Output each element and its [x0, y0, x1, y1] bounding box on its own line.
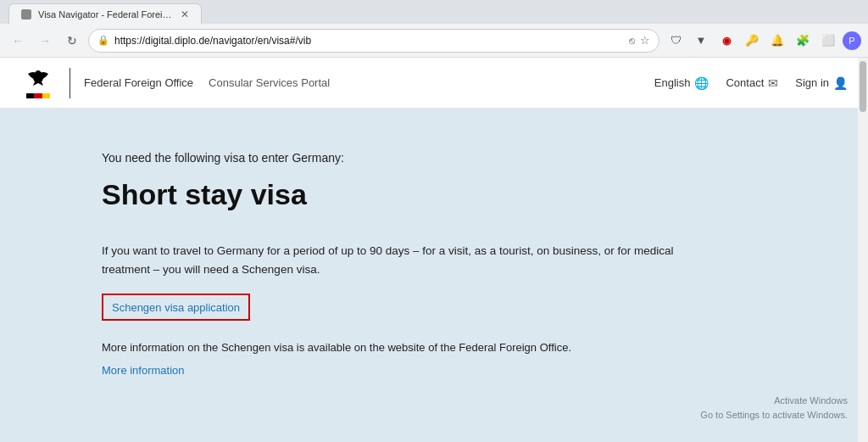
main-content: You need the following visa to enter Ger…	[0, 109, 868, 442]
org-name-label: Federal Foreign Office	[84, 76, 193, 89]
user-icon: 👤	[833, 76, 848, 90]
star-icon: ☆	[640, 34, 650, 47]
schengen-visa-link[interactable]: Schengen visa application	[112, 301, 240, 314]
forward-button[interactable]: →	[34, 30, 56, 52]
vpn-extension-icon[interactable]: ▼	[690, 30, 712, 52]
reload-button[interactable]: ↻	[61, 30, 83, 52]
puzzle-extension-icon[interactable]: 🧩	[792, 30, 814, 52]
lock-icon: 🔒	[97, 35, 109, 46]
more-info-link[interactable]: More information	[102, 364, 185, 377]
address-bar[interactable]: 🔒 https://digital.diplo.de/navigator/en/…	[88, 29, 659, 53]
header-right: English 🌐 Contact ✉ Sign in 👤	[654, 76, 848, 90]
language-label: English	[654, 76, 691, 89]
url-text: https://digital.diplo.de/navigator/en/vi…	[114, 35, 624, 47]
active-tab[interactable]: Visa Navigator - Federal Foreign Office …	[8, 3, 202, 24]
browser-chrome: Visa Navigator - Federal Foreign Office …	[0, 0, 868, 58]
profile-button[interactable]: P	[843, 31, 861, 50]
visa-type-heading: Short stay visa	[102, 178, 800, 211]
adblock-extension-icon[interactable]: ◉	[715, 30, 737, 52]
tab-title: Visa Navigator - Federal Foreign Office	[38, 9, 174, 20]
federal-eagle-logo	[20, 65, 56, 101]
browser-toolbar-icons: 🛡 ▼ ◉ 🔑 🔔 🧩 ⬜ P	[665, 30, 861, 52]
schengen-link-box: Schengen visa application	[102, 294, 250, 321]
window-extension-icon[interactable]: ⬜	[817, 30, 839, 52]
shield-extension-icon[interactable]: 🛡	[665, 30, 687, 52]
portal-name-label: Consular Services Portal	[209, 76, 330, 89]
bell-extension-icon[interactable]: 🔔	[766, 30, 788, 52]
contact-label: Contact	[726, 76, 764, 89]
share-icon: ⎋	[629, 35, 635, 47]
svg-point-1	[36, 70, 41, 76]
back-button[interactable]: ←	[7, 30, 29, 52]
browser-tabs-bar: Visa Navigator - Federal Foreign Office …	[0, 0, 868, 24]
scrollbar-thumb[interactable]	[860, 61, 866, 112]
page-wrapper: Federal Foreign Office Consular Services…	[0, 58, 868, 442]
signin-link[interactable]: Sign in 👤	[795, 76, 848, 90]
description-text: If you want to travel to Germany for a p…	[102, 242, 712, 278]
browser-toolbar: ← → ↻ 🔒 https://digital.diplo.de/navigat…	[0, 24, 868, 58]
header-left: Federal Foreign Office Consular Services…	[20, 65, 330, 101]
header-divider	[70, 68, 70, 98]
globe-icon: 🌐	[694, 76, 709, 90]
site-header: Federal Foreign Office Consular Services…	[0, 58, 868, 109]
german-flag-stripe	[26, 93, 50, 98]
intro-text: You need the following visa to enter Ger…	[102, 151, 800, 165]
tab-favicon	[21, 9, 31, 20]
signin-label: Sign in	[795, 76, 829, 89]
more-info-text: More information on the Schengen visa is…	[102, 341, 712, 354]
mail-icon: ✉	[768, 76, 778, 90]
tab-close-button[interactable]: ✕	[181, 8, 189, 20]
contact-link[interactable]: Contact ✉	[726, 76, 778, 90]
key-extension-icon[interactable]: 🔑	[741, 30, 763, 52]
eagle-svg-icon	[25, 65, 52, 92]
language-selector[interactable]: English 🌐	[654, 76, 709, 90]
browser-scrollbar[interactable]	[858, 58, 868, 442]
